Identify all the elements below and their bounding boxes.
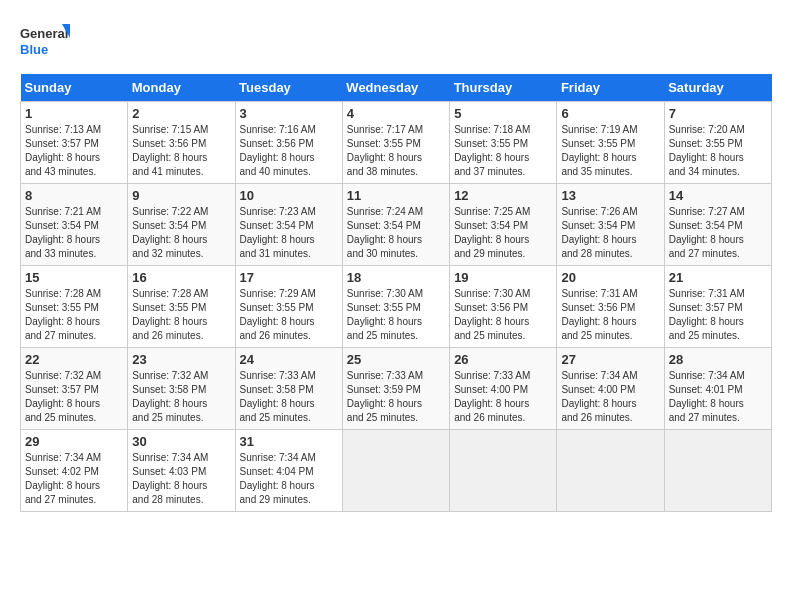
day-number: 26 xyxy=(454,352,552,367)
day-info: Sunrise: 7:20 AMSunset: 3:55 PMDaylight:… xyxy=(669,123,767,179)
day-cell-29: 29Sunrise: 7:34 AMSunset: 4:02 PMDayligh… xyxy=(21,430,128,512)
day-cell-3: 3Sunrise: 7:16 AMSunset: 3:56 PMDaylight… xyxy=(235,102,342,184)
day-cell-23: 23Sunrise: 7:32 AMSunset: 3:58 PMDayligh… xyxy=(128,348,235,430)
day-info: Sunrise: 7:29 AMSunset: 3:55 PMDaylight:… xyxy=(240,287,338,343)
weekday-wednesday: Wednesday xyxy=(342,74,449,102)
week-row-4: 22Sunrise: 7:32 AMSunset: 3:57 PMDayligh… xyxy=(21,348,772,430)
day-number: 23 xyxy=(132,352,230,367)
day-number: 14 xyxy=(669,188,767,203)
day-cell-22: 22Sunrise: 7:32 AMSunset: 3:57 PMDayligh… xyxy=(21,348,128,430)
day-cell-26: 26Sunrise: 7:33 AMSunset: 4:00 PMDayligh… xyxy=(450,348,557,430)
day-cell-21: 21Sunrise: 7:31 AMSunset: 3:57 PMDayligh… xyxy=(664,266,771,348)
week-row-5: 29Sunrise: 7:34 AMSunset: 4:02 PMDayligh… xyxy=(21,430,772,512)
empty-cell xyxy=(342,430,449,512)
day-number: 30 xyxy=(132,434,230,449)
day-cell-20: 20Sunrise: 7:31 AMSunset: 3:56 PMDayligh… xyxy=(557,266,664,348)
day-info: Sunrise: 7:23 AMSunset: 3:54 PMDaylight:… xyxy=(240,205,338,261)
weekday-sunday: Sunday xyxy=(21,74,128,102)
day-cell-14: 14Sunrise: 7:27 AMSunset: 3:54 PMDayligh… xyxy=(664,184,771,266)
day-info: Sunrise: 7:34 AMSunset: 4:03 PMDaylight:… xyxy=(132,451,230,507)
day-cell-25: 25Sunrise: 7:33 AMSunset: 3:59 PMDayligh… xyxy=(342,348,449,430)
day-info: Sunrise: 7:28 AMSunset: 3:55 PMDaylight:… xyxy=(25,287,123,343)
day-number: 6 xyxy=(561,106,659,121)
day-cell-2: 2Sunrise: 7:15 AMSunset: 3:56 PMDaylight… xyxy=(128,102,235,184)
day-number: 16 xyxy=(132,270,230,285)
weekday-saturday: Saturday xyxy=(664,74,771,102)
empty-cell xyxy=(664,430,771,512)
day-cell-31: 31Sunrise: 7:34 AMSunset: 4:04 PMDayligh… xyxy=(235,430,342,512)
day-number: 5 xyxy=(454,106,552,121)
day-info: Sunrise: 7:30 AMSunset: 3:56 PMDaylight:… xyxy=(454,287,552,343)
day-info: Sunrise: 7:25 AMSunset: 3:54 PMDaylight:… xyxy=(454,205,552,261)
day-number: 8 xyxy=(25,188,123,203)
day-info: Sunrise: 7:27 AMSunset: 3:54 PMDaylight:… xyxy=(669,205,767,261)
day-info: Sunrise: 7:32 AMSunset: 3:58 PMDaylight:… xyxy=(132,369,230,425)
svg-text:Blue: Blue xyxy=(20,42,48,57)
day-info: Sunrise: 7:34 AMSunset: 4:01 PMDaylight:… xyxy=(669,369,767,425)
empty-cell xyxy=(557,430,664,512)
weekday-tuesday: Tuesday xyxy=(235,74,342,102)
day-info: Sunrise: 7:19 AMSunset: 3:55 PMDaylight:… xyxy=(561,123,659,179)
logo-svg: General Blue xyxy=(20,20,70,64)
day-number: 25 xyxy=(347,352,445,367)
day-info: Sunrise: 7:17 AMSunset: 3:55 PMDaylight:… xyxy=(347,123,445,179)
day-info: Sunrise: 7:16 AMSunset: 3:56 PMDaylight:… xyxy=(240,123,338,179)
logo: General Blue xyxy=(20,20,70,64)
day-number: 7 xyxy=(669,106,767,121)
day-number: 18 xyxy=(347,270,445,285)
day-info: Sunrise: 7:33 AMSunset: 3:59 PMDaylight:… xyxy=(347,369,445,425)
day-info: Sunrise: 7:31 AMSunset: 3:57 PMDaylight:… xyxy=(669,287,767,343)
week-row-3: 15Sunrise: 7:28 AMSunset: 3:55 PMDayligh… xyxy=(21,266,772,348)
day-info: Sunrise: 7:26 AMSunset: 3:54 PMDaylight:… xyxy=(561,205,659,261)
day-number: 10 xyxy=(240,188,338,203)
day-info: Sunrise: 7:30 AMSunset: 3:55 PMDaylight:… xyxy=(347,287,445,343)
weekday-monday: Monday xyxy=(128,74,235,102)
day-info: Sunrise: 7:22 AMSunset: 3:54 PMDaylight:… xyxy=(132,205,230,261)
day-cell-17: 17Sunrise: 7:29 AMSunset: 3:55 PMDayligh… xyxy=(235,266,342,348)
day-number: 11 xyxy=(347,188,445,203)
day-info: Sunrise: 7:28 AMSunset: 3:55 PMDaylight:… xyxy=(132,287,230,343)
day-number: 15 xyxy=(25,270,123,285)
day-cell-6: 6Sunrise: 7:19 AMSunset: 3:55 PMDaylight… xyxy=(557,102,664,184)
day-cell-1: 1Sunrise: 7:13 AMSunset: 3:57 PMDaylight… xyxy=(21,102,128,184)
day-number: 29 xyxy=(25,434,123,449)
day-cell-12: 12Sunrise: 7:25 AMSunset: 3:54 PMDayligh… xyxy=(450,184,557,266)
day-cell-27: 27Sunrise: 7:34 AMSunset: 4:00 PMDayligh… xyxy=(557,348,664,430)
day-number: 9 xyxy=(132,188,230,203)
day-info: Sunrise: 7:31 AMSunset: 3:56 PMDaylight:… xyxy=(561,287,659,343)
day-number: 4 xyxy=(347,106,445,121)
day-number: 3 xyxy=(240,106,338,121)
day-number: 24 xyxy=(240,352,338,367)
calendar-table: SundayMondayTuesdayWednesdayThursdayFrid… xyxy=(20,74,772,512)
day-cell-15: 15Sunrise: 7:28 AMSunset: 3:55 PMDayligh… xyxy=(21,266,128,348)
weekday-header-row: SundayMondayTuesdayWednesdayThursdayFrid… xyxy=(21,74,772,102)
day-number: 22 xyxy=(25,352,123,367)
day-number: 19 xyxy=(454,270,552,285)
day-cell-5: 5Sunrise: 7:18 AMSunset: 3:55 PMDaylight… xyxy=(450,102,557,184)
day-info: Sunrise: 7:34 AMSunset: 4:04 PMDaylight:… xyxy=(240,451,338,507)
day-info: Sunrise: 7:24 AMSunset: 3:54 PMDaylight:… xyxy=(347,205,445,261)
day-info: Sunrise: 7:15 AMSunset: 3:56 PMDaylight:… xyxy=(132,123,230,179)
weekday-friday: Friday xyxy=(557,74,664,102)
day-cell-10: 10Sunrise: 7:23 AMSunset: 3:54 PMDayligh… xyxy=(235,184,342,266)
day-info: Sunrise: 7:34 AMSunset: 4:02 PMDaylight:… xyxy=(25,451,123,507)
day-cell-9: 9Sunrise: 7:22 AMSunset: 3:54 PMDaylight… xyxy=(128,184,235,266)
day-cell-30: 30Sunrise: 7:34 AMSunset: 4:03 PMDayligh… xyxy=(128,430,235,512)
day-cell-7: 7Sunrise: 7:20 AMSunset: 3:55 PMDaylight… xyxy=(664,102,771,184)
day-number: 31 xyxy=(240,434,338,449)
day-number: 1 xyxy=(25,106,123,121)
day-cell-16: 16Sunrise: 7:28 AMSunset: 3:55 PMDayligh… xyxy=(128,266,235,348)
day-cell-11: 11Sunrise: 7:24 AMSunset: 3:54 PMDayligh… xyxy=(342,184,449,266)
empty-cell xyxy=(450,430,557,512)
day-number: 13 xyxy=(561,188,659,203)
day-info: Sunrise: 7:13 AMSunset: 3:57 PMDaylight:… xyxy=(25,123,123,179)
day-number: 20 xyxy=(561,270,659,285)
day-number: 27 xyxy=(561,352,659,367)
day-number: 17 xyxy=(240,270,338,285)
week-row-2: 8Sunrise: 7:21 AMSunset: 3:54 PMDaylight… xyxy=(21,184,772,266)
day-cell-13: 13Sunrise: 7:26 AMSunset: 3:54 PMDayligh… xyxy=(557,184,664,266)
day-number: 21 xyxy=(669,270,767,285)
weekday-thursday: Thursday xyxy=(450,74,557,102)
day-number: 12 xyxy=(454,188,552,203)
svg-text:General: General xyxy=(20,26,68,41)
